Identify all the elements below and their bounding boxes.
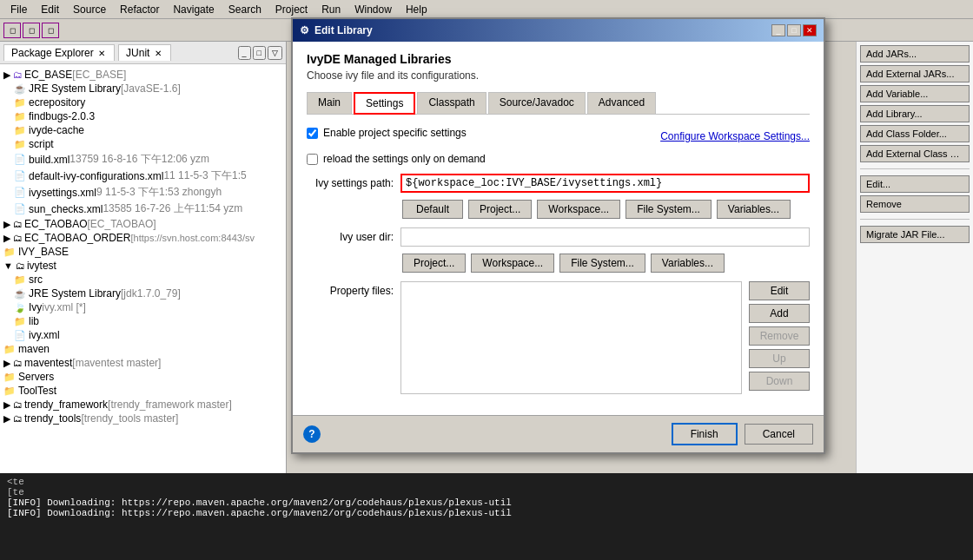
ivy-icon: 🍃 bbox=[14, 302, 26, 313]
project-icon: 🗂 bbox=[13, 413, 23, 424]
enable-project-specific-checkbox[interactable] bbox=[307, 128, 318, 139]
ivy-settings-path-input[interactable] bbox=[400, 174, 810, 193]
workspace-btn-1[interactable]: Workspace... bbox=[537, 200, 620, 219]
tree-item-lib[interactable]: 📁 lib bbox=[0, 314, 286, 328]
tab-advanced[interactable]: Advanced bbox=[587, 92, 656, 114]
tree-item-ivysettings[interactable]: 📄 ivysettings.xml 9 11-5-3 下午1:53 zhongy… bbox=[0, 184, 286, 201]
tab-junit[interactable]: JUnit ✕ bbox=[118, 44, 171, 61]
close-junit[interactable]: ✕ bbox=[153, 49, 163, 58]
folder-icon: 📁 bbox=[3, 344, 16, 355]
toolbar-btn-1[interactable]: ◻ bbox=[3, 23, 21, 38]
menu-file[interactable]: File bbox=[3, 2, 34, 17]
jre-icon: ☕ bbox=[14, 288, 26, 300]
maximize-panel-btn[interactable]: □ bbox=[253, 46, 266, 60]
dialog-footer: ? Finish Cancel bbox=[293, 415, 824, 452]
tree-item-buildxml[interactable]: 📄 build.xml 13759 16-8-16 下午12:06 yzm bbox=[0, 151, 286, 168]
prop-remove-btn[interactable]: Remove bbox=[749, 326, 810, 346]
variables-btn-2[interactable]: Variables... bbox=[651, 254, 725, 273]
project-icon: 🗂 bbox=[16, 260, 25, 271]
tree-item-script[interactable]: 📁 script bbox=[0, 137, 286, 151]
tree-item-ecrepository[interactable]: 📁 ecrepository bbox=[0, 96, 286, 109]
tree-item-maven[interactable]: 📁 maven bbox=[0, 342, 286, 356]
add-external-class-folder-button[interactable]: Add External Class Folder... bbox=[860, 145, 970, 162]
prop-edit-btn[interactable]: Edit bbox=[749, 281, 810, 300]
toolbar-btn-2[interactable]: ◻ bbox=[23, 23, 40, 38]
add-variable-button[interactable]: Add Variable... bbox=[860, 85, 970, 102]
tree-item-sun-checks[interactable]: 📄 sun_checks.xml 13585 16-7-26 上午11:54 y… bbox=[0, 201, 286, 217]
tree-item-src[interactable]: 📁 src bbox=[0, 273, 286, 287]
migrate-jar-button[interactable]: Migrate JAR File... bbox=[860, 226, 970, 243]
menu-run[interactable]: Run bbox=[314, 2, 348, 17]
minimize-panel-btn[interactable]: _ bbox=[238, 46, 251, 60]
add-jars-button[interactable]: Add JARs... bbox=[860, 45, 970, 63]
menu-edit[interactable]: Edit bbox=[34, 2, 66, 17]
close-package-explorer[interactable]: ✕ bbox=[96, 49, 107, 58]
remove-button[interactable]: Remove bbox=[860, 195, 970, 213]
add-class-folder-button[interactable]: Add Class Folder... bbox=[860, 125, 970, 142]
tree-item-trendy-tools[interactable]: ▶ 🗂 trendy_tools [trendy_tools master] bbox=[0, 412, 286, 425]
project-btn-2[interactable]: Project... bbox=[402, 254, 466, 273]
menu-help[interactable]: Help bbox=[399, 2, 434, 17]
configure-workspace-link[interactable]: Configure Workspace Settings... bbox=[660, 130, 810, 142]
default-btn[interactable]: Default bbox=[402, 200, 463, 219]
finish-button[interactable]: Finish bbox=[672, 423, 738, 445]
toolbar-btn-3[interactable]: ◻ bbox=[42, 23, 59, 38]
dialog-close-btn[interactable]: ✕ bbox=[803, 24, 817, 36]
tab-classpath[interactable]: Classpath bbox=[417, 92, 486, 114]
folder-icon: 📁 bbox=[14, 97, 26, 109]
tree-item-servers[interactable]: 📁 Servers bbox=[0, 370, 286, 384]
prop-add-btn[interactable]: Add bbox=[749, 304, 810, 323]
dialog-minimize-btn[interactable]: _ bbox=[771, 24, 785, 36]
tab-source-javadoc[interactable]: Source/Javadoc bbox=[488, 92, 586, 114]
tree-item-ivyxml[interactable]: 📄 ivy.xml bbox=[0, 328, 286, 342]
folder-icon: 📁 bbox=[14, 139, 26, 150]
dialog-subheading: Choose ivy file and its configurations. bbox=[307, 69, 810, 82]
chevron-panel-btn[interactable]: ▽ bbox=[268, 46, 282, 60]
tree-item-jre-1[interactable]: ☕ JRE System Library [JavaSE-1.6] bbox=[0, 82, 286, 96]
file-system-btn-1[interactable]: File System... bbox=[626, 200, 712, 219]
tree-item-tooltest[interactable]: 📁 ToolTest bbox=[0, 384, 286, 398]
reload-on-demand-checkbox[interactable] bbox=[307, 154, 318, 165]
menu-navigate[interactable]: Navigate bbox=[166, 2, 221, 17]
help-icon[interactable]: ? bbox=[303, 425, 321, 443]
tree-item-trendy-framework[interactable]: ▶ 🗂 trendy_framework [trendy_framework m… bbox=[0, 398, 286, 412]
tab-package-explorer[interactable]: Package Explorer ✕ bbox=[3, 44, 115, 61]
add-library-button[interactable]: Add Library... bbox=[860, 105, 970, 122]
tab-settings[interactable]: Settings bbox=[354, 92, 415, 115]
file-icon: 📄 bbox=[14, 330, 26, 341]
tree-item-ec-taobao[interactable]: ▶ 🗂 EC_TAOBAO [EC_TAOBAO] bbox=[0, 217, 286, 231]
tree-item-ivy[interactable]: 🍃 Ivy ivy.xml [*] bbox=[0, 300, 286, 314]
tree-item-ivy-base[interactable]: 📁 IVY_BASE bbox=[0, 245, 286, 259]
ivy-user-dir-input[interactable] bbox=[400, 227, 810, 247]
property-files-listbox[interactable] bbox=[400, 281, 742, 394]
tree-item-findbugs[interactable]: 📁 findbugs-2.0.3 bbox=[0, 109, 286, 123]
project-icon: 🗂 bbox=[13, 233, 23, 243]
tab-main[interactable]: Main bbox=[307, 92, 352, 114]
cancel-button[interactable]: Cancel bbox=[745, 424, 813, 445]
workspace-btn-2[interactable]: Workspace... bbox=[471, 254, 554, 273]
file-system-btn-2[interactable]: File System... bbox=[559, 254, 645, 273]
menu-refactor[interactable]: Refactor bbox=[113, 2, 166, 17]
console-line-2: [te bbox=[7, 487, 966, 497]
file-icon: 📄 bbox=[14, 187, 26, 198]
expand-icon: ▶ bbox=[3, 399, 10, 411]
edit-button[interactable]: Edit... bbox=[860, 175, 970, 193]
variables-btn-1[interactable]: Variables... bbox=[717, 200, 791, 219]
tree-item-ivytest[interactable]: ▼ 🗂 ivytest bbox=[0, 259, 286, 273]
menu-source[interactable]: Source bbox=[66, 2, 113, 17]
prop-down-btn[interactable]: Down bbox=[749, 372, 810, 391]
file-icon: 📄 bbox=[14, 203, 26, 214]
tree-item-default-ivy[interactable]: 📄 default-ivy-configurations.xml 11 11-5… bbox=[0, 168, 286, 184]
tree-item-ec-taobao-order[interactable]: ▶ 🗂 EC_TAOBAO_ORDER [https://svn.host.co… bbox=[0, 231, 286, 245]
menu-project[interactable]: Project bbox=[268, 2, 314, 17]
menu-search[interactable]: Search bbox=[222, 2, 268, 17]
add-external-jars-button[interactable]: Add External JARs... bbox=[860, 65, 970, 82]
tree-item-jre-2[interactable]: ☕ JRE System Library [jdk1.7.0_79] bbox=[0, 287, 286, 300]
tree-item-ec-base[interactable]: ▶ 🗂 EC_BASE [EC_BASE] bbox=[0, 68, 286, 82]
prop-up-btn[interactable]: Up bbox=[749, 349, 810, 368]
menu-window[interactable]: Window bbox=[348, 2, 399, 17]
dialog-maximize-btn[interactable]: □ bbox=[787, 24, 801, 36]
project-btn-1[interactable]: Project... bbox=[468, 200, 532, 219]
tree-item-maventest[interactable]: ▶ 🗂 maventest [maventest master] bbox=[0, 356, 286, 370]
tree-item-ivyde-cache[interactable]: 📁 ivyde-cache bbox=[0, 123, 286, 137]
